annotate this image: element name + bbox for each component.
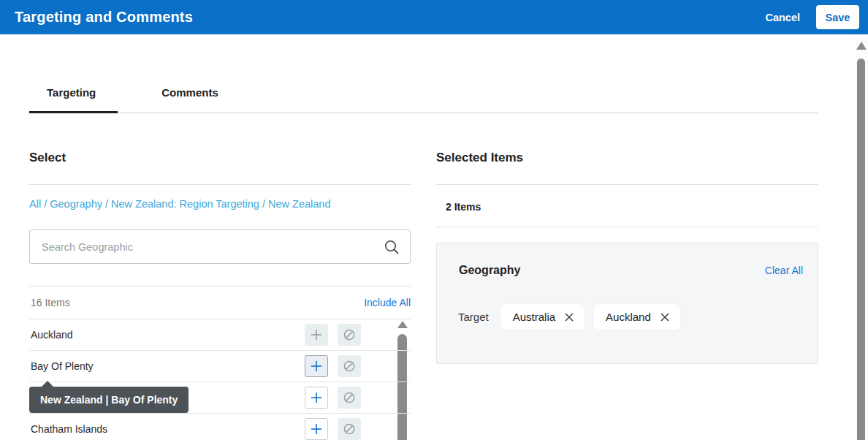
- breadcrumb-all[interactable]: All: [29, 198, 41, 210]
- block-icon: [343, 422, 356, 436]
- block-icon: [343, 360, 356, 373]
- row-actions: [305, 387, 361, 409]
- list-header: 16 Items Include All: [29, 287, 411, 319]
- target-label: Target: [458, 311, 489, 323]
- breadcrumb-separator: /: [41, 198, 50, 210]
- exclude-item-button[interactable]: [338, 324, 361, 346]
- divider: [29, 286, 411, 287]
- plus-icon: [310, 391, 323, 404]
- divider: [29, 184, 411, 185]
- block-icon: [343, 328, 356, 341]
- selected-items-panel: Selected Items 2 Items Geography Clear A…: [436, 0, 818, 440]
- plus-icon: [310, 360, 323, 373]
- search-box: [29, 230, 411, 264]
- selected-items-heading: Selected Items: [436, 151, 523, 165]
- plus-icon: [310, 422, 323, 436]
- row-actions: [305, 418, 361, 440]
- scroll-up-arrow-icon[interactable]: [856, 42, 867, 50]
- exclude-item-button[interactable]: [338, 387, 361, 409]
- exclude-item-button[interactable]: [338, 418, 361, 440]
- breadcrumb-separator: /: [102, 198, 111, 210]
- targeting-dialog: Targeting and Comments Cancel Save Targe…: [0, 0, 868, 440]
- add-item-button: [305, 324, 328, 346]
- breadcrumb-separator: /: [259, 198, 268, 210]
- save-button[interactable]: Save: [816, 5, 859, 29]
- chip-label: Auckland: [606, 311, 651, 323]
- target-row: Target Australia Auckland: [458, 303, 688, 330]
- selected-items-count: 2 Items: [446, 201, 481, 213]
- search-input[interactable]: [30, 241, 384, 253]
- tooltip-arrow: [42, 381, 53, 387]
- add-item-button[interactable]: [305, 418, 328, 440]
- add-item-button[interactable]: [305, 355, 328, 377]
- item-tooltip: New Zealand | Bay Of Plenty: [29, 387, 189, 413]
- scroll-up-arrow-icon[interactable]: [397, 321, 408, 328]
- remove-chip-icon[interactable]: [564, 312, 574, 322]
- search-icon[interactable]: [384, 239, 400, 255]
- clear-all-link[interactable]: Clear All: [765, 265, 803, 276]
- page-scrollbar-thumb[interactable]: [857, 58, 865, 440]
- include-all-link[interactable]: Include All: [364, 297, 411, 308]
- chip-label: Australia: [513, 311, 555, 323]
- breadcrumb-new-zealand[interactable]: New Zealand: [268, 198, 330, 210]
- select-heading: Select: [29, 151, 66, 165]
- plus-icon: [310, 328, 323, 341]
- row-actions: [305, 355, 361, 377]
- selected-chip-australia: Australia: [500, 303, 585, 330]
- geography-list: Auckland: [29, 319, 411, 440]
- items-count: 16 Items: [31, 297, 70, 308]
- remove-chip-icon[interactable]: [660, 312, 670, 322]
- card-header: Geography Clear All: [459, 264, 803, 277]
- tooltip-text: New Zealand | Bay Of Plenty: [40, 394, 178, 406]
- breadcrumb-geography[interactable]: Geography: [50, 198, 102, 210]
- add-item-button[interactable]: [305, 387, 328, 409]
- card-title: Geography: [459, 264, 520, 277]
- row-actions: [305, 324, 361, 346]
- page-scrollbar[interactable]: [855, 34, 868, 440]
- breadcrumb-region-targeting[interactable]: New Zealand: Region Targeting: [111, 198, 259, 210]
- selected-chip-auckland: Auckland: [593, 303, 681, 330]
- block-icon: [343, 391, 356, 404]
- breadcrumb: All / Geography / New Zealand: Region Ta…: [29, 198, 330, 210]
- list-item: Bay Of Plenty: [29, 350, 411, 382]
- select-panel: Select All / Geography / New Zealand: Re…: [29, 0, 411, 440]
- list-item: Auckland: [29, 319, 411, 350]
- exclude-item-button[interactable]: [338, 355, 361, 377]
- list-item: Chatham Islands: [29, 413, 411, 440]
- active-tab-indicator: [29, 111, 118, 113]
